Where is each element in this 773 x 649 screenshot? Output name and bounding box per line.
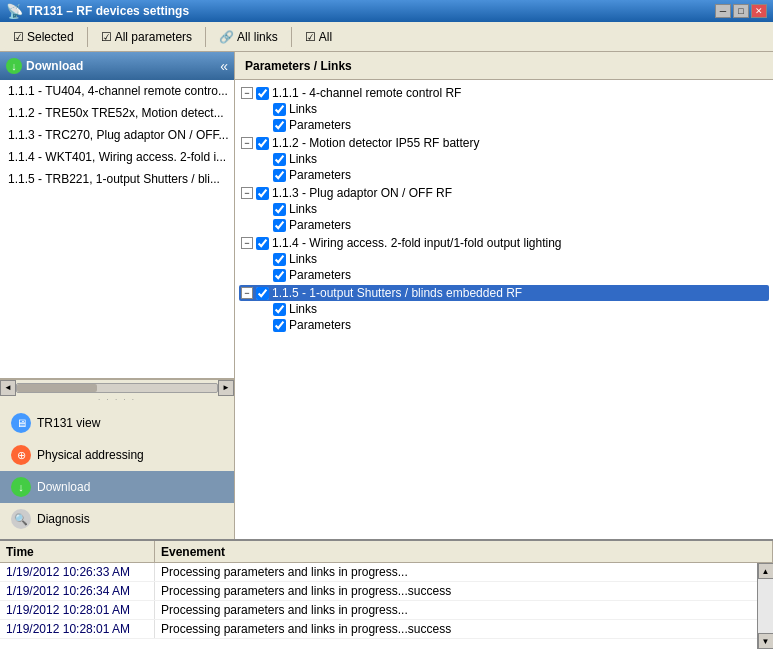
tree-label-node3-params: Parameters [289, 218, 351, 232]
tree-label-node2-links: Links [289, 152, 317, 166]
scroll-right-arrow[interactable]: ► [218, 380, 234, 396]
tree-node: −1.1.1 - 4-channel remote control RFLink… [239, 84, 769, 134]
all-parameters-icon: ☑ [101, 30, 112, 44]
tree-checkbox-node3-links[interactable] [273, 203, 286, 216]
log-scroll-up[interactable]: ▲ [758, 563, 774, 579]
tree-leaf-row-node3-params[interactable]: Parameters [259, 217, 769, 233]
tree-leaf-row-node4-params[interactable]: Parameters [259, 267, 769, 283]
log-cell-event: Processing parameters and links in progr… [155, 620, 757, 638]
tree-checkbox-node5-params[interactable] [273, 319, 286, 332]
tree-label-node2-params: Parameters [289, 168, 351, 182]
maximize-button[interactable]: □ [733, 4, 749, 18]
tree-expand-node3[interactable]: − [241, 187, 253, 199]
nav-icon-physical-addressing: ⊕ [11, 445, 31, 465]
tree-node: −1.1.4 - Wiring access. 2-fold input/1-f… [239, 234, 769, 284]
nav-label-diagnosis: Diagnosis [37, 512, 90, 526]
tree-checkbox-node2-params[interactable] [273, 169, 286, 182]
tree-leaf-row-node3-links[interactable]: Links [259, 201, 769, 217]
tree-leaf-row-node2-params[interactable]: Parameters [259, 167, 769, 183]
all-links-button[interactable]: 🔗 All links [210, 25, 287, 49]
nav-icon-tr131-view: 🖥 [11, 413, 31, 433]
all-button[interactable]: ☑ All [296, 25, 341, 49]
toolbar-separator-3 [291, 27, 292, 47]
tree-checkbox-node5[interactable] [256, 287, 269, 300]
log-header: Time Evenement [0, 541, 773, 563]
tree-row-node1[interactable]: −1.1.1 - 4-channel remote control RF [239, 85, 769, 101]
tree-row-node4[interactable]: −1.1.4 - Wiring access. 2-fold input/1-f… [239, 235, 769, 251]
nav-item-physical-addressing[interactable]: ⊕Physical addressing [0, 439, 234, 471]
left-nav: 🖥TR131 view⊕Physical addressing↓Download… [0, 403, 234, 539]
tree-row-node5[interactable]: −1.1.5 - 1-output Shutters / blinds embe… [239, 285, 769, 301]
left-tree-item[interactable]: 1.1.3 - TRC270, Plug adaptor ON / OFF... [0, 124, 234, 146]
log-cell-time: 1/19/2012 10:26:34 AM [0, 582, 155, 600]
all-icon: ☑ [305, 30, 316, 44]
log-panel: Time Evenement 1/19/2012 10:26:33 AMProc… [0, 539, 773, 649]
tree-checkbox-node4[interactable] [256, 237, 269, 250]
all-links-label: All links [237, 30, 278, 44]
log-table: 1/19/2012 10:26:33 AMProcessing paramete… [0, 563, 757, 649]
content-area: ↓ Download « 1.1.1 - TU404, 4-channel re… [0, 52, 773, 539]
left-panel-header: ↓ Download « [0, 52, 234, 80]
tree-checkbox-node1-params[interactable] [273, 119, 286, 132]
tree-row-node2[interactable]: −1.1.2 - Motion detector IP55 RF battery [239, 135, 769, 151]
title-bar: 📡 TR131 – RF devices settings ─ □ ✕ [0, 0, 773, 22]
nav-item-tr131-view[interactable]: 🖥TR131 view [0, 407, 234, 439]
left-tree-item[interactable]: 1.1.2 - TRE50x TRE52x, Motion detect... [0, 102, 234, 124]
tree-label-node2: 1.1.2 - Motion detector IP55 RF battery [272, 136, 479, 150]
right-tree[interactable]: −1.1.1 - 4-channel remote control RFLink… [235, 80, 773, 539]
all-parameters-button[interactable]: ☑ All parameters [92, 25, 201, 49]
tree-label-node5-params: Parameters [289, 318, 351, 332]
nav-item-download[interactable]: ↓Download [0, 471, 234, 503]
tree-expand-node5[interactable]: − [241, 287, 253, 299]
tree-label-node5-links: Links [289, 302, 317, 316]
tree-expand-node4[interactable]: − [241, 237, 253, 249]
log-scroll-down[interactable]: ▼ [758, 633, 774, 649]
tree-checkbox-node1[interactable] [256, 87, 269, 100]
tree-children-node3: LinksParameters [239, 201, 769, 233]
tree-children-node4: LinksParameters [239, 251, 769, 283]
tree-leaf-row-node1-params[interactable]: Parameters [259, 117, 769, 133]
left-tree-item[interactable]: 1.1.5 - TRB221, 1-output Shutters / bli.… [0, 168, 234, 190]
scroll-track[interactable] [16, 383, 218, 393]
close-button[interactable]: ✕ [751, 4, 767, 18]
toolbar-separator [87, 27, 88, 47]
tree-checkbox-node4-params[interactable] [273, 269, 286, 282]
tree-checkbox-node1-links[interactable] [273, 103, 286, 116]
nav-label-tr131-view: TR131 view [37, 416, 100, 430]
left-tree-item[interactable]: 1.1.4 - WKT401, Wiring access. 2-fold i.… [0, 146, 234, 168]
scroll-left-arrow[interactable]: ◄ [0, 380, 16, 396]
tree-leaf-row-node2-links[interactable]: Links [259, 151, 769, 167]
log-time-header: Time [0, 541, 155, 562]
tree-leaf-row-node5-params[interactable]: Parameters [259, 317, 769, 333]
left-tree[interactable]: 1.1.1 - TU404, 4-channel remote contro..… [0, 80, 234, 379]
tree-expand-node2[interactable]: − [241, 137, 253, 149]
horizontal-scrollbar[interactable]: ◄ ► [0, 379, 234, 395]
tree-row-node3[interactable]: −1.1.3 - Plug adaptor ON / OFF RF [239, 185, 769, 201]
left-tree-item[interactable]: 1.1.1 - TU404, 4-channel remote contro..… [0, 80, 234, 102]
log-cell-time: 1/19/2012 10:28:01 AM [0, 601, 155, 619]
minimize-button[interactable]: ─ [715, 4, 731, 18]
tree-leaf-row-node4-links[interactable]: Links [259, 251, 769, 267]
tree-expand-node1[interactable]: − [241, 87, 253, 99]
tree-label-node3-links: Links [289, 202, 317, 216]
collapse-button[interactable]: « [220, 58, 228, 74]
tree-checkbox-node3[interactable] [256, 187, 269, 200]
log-scrollbar[interactable]: ▲ ▼ [757, 563, 773, 649]
window-controls: ─ □ ✕ [715, 4, 767, 18]
tree-checkbox-node3-params[interactable] [273, 219, 286, 232]
tree-leaf-row-node1-links[interactable]: Links [259, 101, 769, 117]
nav-item-diagnosis[interactable]: 🔍Diagnosis [0, 503, 234, 535]
tree-node: −1.1.5 - 1-output Shutters / blinds embe… [239, 284, 769, 334]
nav-label-physical-addressing: Physical addressing [37, 448, 144, 462]
selected-button[interactable]: ☑ Selected [4, 25, 83, 49]
tree-node: −1.1.3 - Plug adaptor ON / OFF RFLinksPa… [239, 184, 769, 234]
panel-resize-handle[interactable]: · · · · · [0, 395, 234, 403]
nav-label-download: Download [37, 480, 90, 494]
tree-label-node1: 1.1.1 - 4-channel remote control RF [272, 86, 461, 100]
tree-leaf-row-node5-links[interactable]: Links [259, 301, 769, 317]
log-scroll-track[interactable] [758, 579, 773, 633]
tree-checkbox-node2-links[interactable] [273, 153, 286, 166]
tree-checkbox-node5-links[interactable] [273, 303, 286, 316]
tree-checkbox-node4-links[interactable] [273, 253, 286, 266]
tree-checkbox-node2[interactable] [256, 137, 269, 150]
